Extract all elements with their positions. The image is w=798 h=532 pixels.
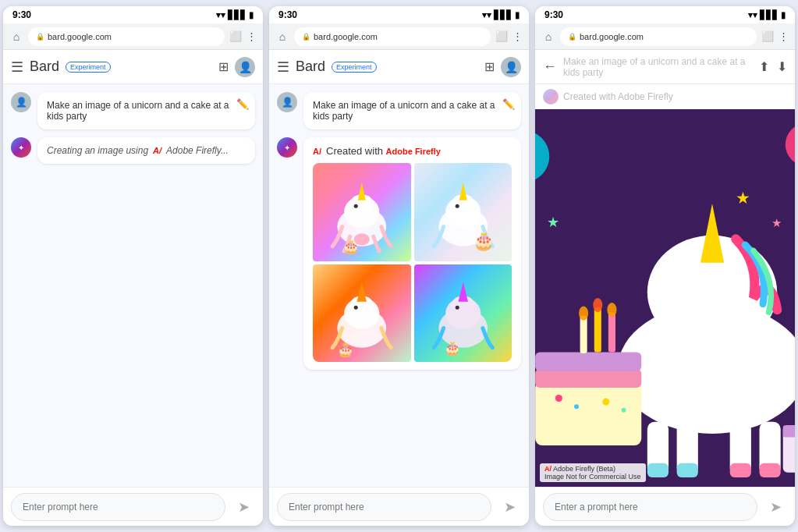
svg-rect-47 bbox=[760, 463, 781, 477]
lock-icon-2: 🔒 bbox=[302, 33, 310, 41]
lock-icon-3: 🔒 bbox=[568, 33, 576, 41]
svg-point-56 bbox=[607, 303, 616, 317]
panel3-app-header: ← Make an image of a unicorn and a cake … bbox=[535, 50, 795, 84]
unicorn-image-2: 🎂 bbox=[414, 163, 512, 261]
user-message-text-1: Make an image of a unicorn and a cake at… bbox=[47, 100, 229, 122]
image-cell-2[interactable]: 🎂 bbox=[414, 163, 512, 261]
status-icons-2: ▾▾ ▋▋▋ ▮ bbox=[482, 10, 520, 20]
wifi-icon-3: ▾▾ bbox=[748, 10, 757, 20]
image-cell-4[interactable]: 🎂 bbox=[414, 264, 512, 363]
more-icon-1[interactable]: ⋮ bbox=[246, 30, 257, 42]
grid-icon-1[interactable]: ⊞ bbox=[218, 59, 229, 74]
prompt-input-1[interactable] bbox=[11, 493, 225, 521]
bard-response-1: ✦ Creating an image using A/ Adobe Firef… bbox=[11, 137, 255, 164]
prompt-area-1: ➤ bbox=[3, 487, 263, 526]
user-avatar-2: 👤 bbox=[277, 92, 297, 112]
prompt-area-2: ➤ bbox=[269, 487, 529, 526]
prompt-input-3[interactable] bbox=[543, 493, 757, 521]
tabs-icon-2[interactable]: ⬜ bbox=[495, 30, 508, 42]
panel-2: 9:30 ▾▾ ▋▋▋ ▮ ⌂ 🔒 bard.google.com ⬜ ⋮ ☰ … bbox=[269, 6, 529, 526]
unicorn-image-3: 🎂 bbox=[313, 264, 411, 363]
app-header-1: ☰ Bard Experiment ⊞ 👤 bbox=[3, 50, 263, 84]
url-bar-1[interactable]: 🔒 bard.google.com bbox=[28, 27, 225, 46]
creating-label-1: Creating an image using bbox=[47, 145, 148, 156]
send-button-3[interactable]: ➤ bbox=[764, 495, 787, 519]
adobe-watermark-line1: Adobe Firefly (Beta) bbox=[553, 465, 615, 473]
user-avatar-1: 👤 bbox=[11, 92, 31, 112]
chat-content-1: 👤 Make an image of a unicorn and a cake … bbox=[3, 84, 263, 487]
menu-button-1[interactable]: ☰ bbox=[11, 59, 23, 76]
experiment-badge-2: Experiment bbox=[332, 62, 377, 73]
wifi-icon: ▾▾ bbox=[216, 10, 225, 20]
svg-rect-53 bbox=[608, 312, 615, 352]
svg-rect-52 bbox=[594, 307, 601, 352]
send-button-1[interactable]: ➤ bbox=[232, 495, 255, 519]
svg-point-4 bbox=[354, 204, 358, 208]
home-button-3[interactable]: ⌂ bbox=[541, 30, 555, 44]
svg-text:🎂: 🎂 bbox=[342, 238, 360, 255]
url-text-3: bard.google.com bbox=[580, 32, 644, 41]
time-1: 9:30 bbox=[12, 9, 31, 20]
share-button[interactable]: ⬆ bbox=[759, 59, 769, 74]
svg-text:★: ★ bbox=[771, 216, 782, 229]
edit-icon-1[interactable]: ✏️ bbox=[236, 98, 249, 110]
svg-text:🎂: 🎂 bbox=[443, 339, 460, 356]
avatar-2[interactable]: 👤 bbox=[501, 57, 521, 77]
bard-bubble-2: A/ Created with Adobe Firefly bbox=[303, 137, 521, 370]
created-with-header: A/ Created with Adobe Firefly bbox=[313, 145, 512, 157]
send-button-2[interactable]: ➤ bbox=[498, 495, 521, 519]
user-message-1: 👤 Make an image of a unicorn and a cake … bbox=[11, 92, 255, 129]
image-cell-1[interactable]: 🎂 bbox=[313, 163, 411, 261]
chat-content-2: 👤 Make an image of a unicorn and a cake … bbox=[269, 84, 529, 487]
bard-icon-small bbox=[543, 89, 559, 105]
edit-icon-2[interactable]: ✏️ bbox=[502, 98, 515, 110]
browser-bar-1: ⌂ 🔒 bard.google.com ⬜ ⋮ bbox=[3, 23, 263, 50]
svg-text:★: ★ bbox=[547, 215, 559, 230]
experiment-badge-1: Experiment bbox=[66, 62, 111, 73]
more-icon-2[interactable]: ⋮ bbox=[512, 30, 523, 42]
svg-rect-46 bbox=[730, 463, 751, 477]
panel-3: 9:30 ▾▾ ▋▋▋ ▮ ⌂ 🔒 bard.google.com ⬜ ⋮ ← … bbox=[535, 6, 795, 526]
url-bar-2[interactable]: 🔒 bard.google.com bbox=[294, 27, 491, 46]
home-button-2[interactable]: ⌂ bbox=[275, 30, 289, 44]
browser-actions-2: ⬜ ⋮ bbox=[495, 30, 523, 42]
browser-bar-2: ⌂ 🔒 bard.google.com ⬜ ⋮ bbox=[269, 23, 529, 50]
download-button[interactable]: ⬇ bbox=[777, 59, 787, 74]
adobe-firefly-label-1: Adobe Firefly... bbox=[166, 145, 229, 156]
tabs-icon-3[interactable]: ⬜ bbox=[761, 30, 774, 42]
more-icon-3[interactable]: ⋮ bbox=[778, 30, 789, 42]
tabs-icon-1[interactable]: ⬜ bbox=[229, 30, 242, 42]
url-bar-3[interactable]: 🔒 bard.google.com bbox=[560, 27, 757, 46]
url-text-2: bard.google.com bbox=[314, 32, 378, 41]
menu-button-2[interactable]: ☰ bbox=[277, 59, 289, 76]
image-grid: 🎂 bbox=[313, 163, 512, 362]
home-button-1[interactable]: ⌂ bbox=[9, 30, 23, 44]
svg-point-59 bbox=[602, 399, 609, 406]
svg-marker-22 bbox=[458, 282, 468, 301]
adobe-watermark-line2: Image Not for Commercial Use bbox=[544, 473, 641, 481]
svg-rect-49 bbox=[535, 369, 641, 388]
created-with-label: Created with Adobe Firefly bbox=[326, 145, 441, 157]
status-icons-1: ▾▾ ▋▋▋ ▮ bbox=[216, 10, 254, 20]
grid-icon-2[interactable]: ⊞ bbox=[484, 59, 495, 74]
svg-marker-3 bbox=[358, 183, 366, 200]
avatar-1[interactable]: 👤 bbox=[235, 57, 255, 77]
panel3-action-buttons: ⬆ ⬇ bbox=[759, 59, 787, 74]
svg-point-11 bbox=[455, 204, 459, 208]
signal-icon: ▋▋▋ bbox=[228, 10, 246, 20]
header-right-1: ⊞ 👤 bbox=[218, 57, 255, 77]
panel3-created-line: Created with Adobe Firefly bbox=[535, 84, 795, 109]
back-button[interactable]: ← bbox=[543, 59, 557, 75]
status-bar-2: 9:30 ▾▾ ▋▋▋ ▮ bbox=[269, 6, 529, 23]
svg-marker-10 bbox=[459, 183, 466, 200]
image-cell-3[interactable]: 🎂 bbox=[313, 264, 411, 363]
svg-point-54 bbox=[579, 307, 588, 321]
app-title-1: Bard bbox=[30, 59, 59, 75]
user-bubble-1: Make an image of a unicorn and a cake at… bbox=[37, 92, 255, 129]
prompt-input-2[interactable] bbox=[277, 493, 491, 521]
user-message-text-2: Make an image of a unicorn and a cake at… bbox=[313, 100, 495, 122]
prompt-area-3: ➤ bbox=[535, 487, 795, 526]
expanded-image-view[interactable]: ★ ★ ★ ★ bbox=[535, 109, 795, 487]
header-right-2: ⊞ 👤 bbox=[484, 57, 521, 77]
battery-icon-2: ▮ bbox=[515, 10, 520, 20]
